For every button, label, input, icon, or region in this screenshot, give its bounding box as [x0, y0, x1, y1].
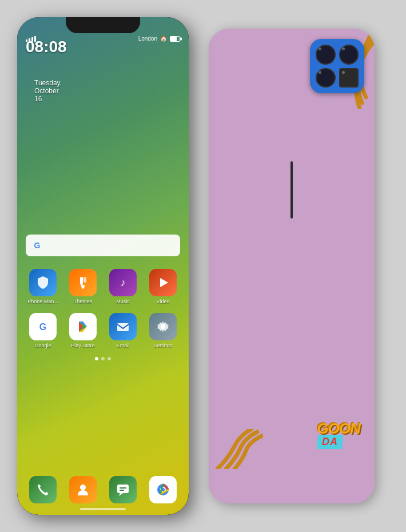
brush-icon: [75, 275, 90, 290]
home-bar: [80, 508, 126, 510]
app-label-music: Music: [116, 299, 130, 304]
camera-lens-3: [316, 68, 336, 88]
app-grid: Phone Man... Themes: [17, 269, 189, 366]
app-icon-themes: [69, 269, 97, 296]
phone-call-icon: [35, 482, 50, 497]
app-label-phone-manager: Phone Man...: [27, 299, 58, 304]
music-icon: ♪: [116, 275, 130, 290]
scene: GOON DA: [0, 0, 406, 532]
dock-item-phone[interactable]: [27, 476, 59, 503]
app-label-playstore: Play Store: [71, 343, 95, 348]
svg-rect-14: [120, 490, 124, 491]
dock-item-chrome[interactable]: [148, 476, 179, 503]
chrome-icon: [156, 482, 170, 497]
app-label-settings: Settings: [154, 343, 173, 348]
message-bubble-icon: [116, 482, 130, 497]
location-label: London: [138, 35, 157, 42]
dot-1: [95, 357, 98, 360]
dock-item-messages[interactable]: [108, 476, 139, 503]
app-label-themes: Themes: [74, 299, 93, 304]
dot-3: [108, 357, 111, 360]
app-item-music[interactable]: ♪ Music: [106, 269, 140, 304]
back-phone-inner: GOON DA: [209, 29, 375, 503]
svg-marker-3: [160, 278, 168, 287]
app-icon-music: ♪: [109, 269, 137, 296]
app-label-video: Video: [157, 299, 170, 304]
da-text: DA: [322, 436, 338, 448]
phone-screen: London 🏠 08:08 Tuesday, October 16 G: [17, 17, 189, 515]
app-item-phone-manager[interactable]: Phone Man...: [26, 269, 60, 304]
app-icon-playstore: [69, 313, 97, 340]
search-bar[interactable]: G: [26, 235, 180, 256]
svg-rect-12: [117, 485, 129, 493]
svg-rect-1: [83, 277, 86, 283]
svg-rect-9: [117, 323, 129, 331]
svg-rect-0: [80, 277, 83, 285]
camera-module: [310, 39, 364, 93]
app-row-1: Phone Man... Themes: [23, 269, 183, 304]
svg-point-11: [80, 485, 86, 490]
page-dots: [23, 357, 183, 360]
front-phone: London 🏠 08:08 Tuesday, October 16 G: [17, 17, 189, 515]
app-icon-email: [109, 313, 137, 340]
svg-text:♪: ♪: [121, 277, 126, 288]
app-item-themes[interactable]: Themes: [66, 269, 100, 304]
video-icon: [156, 275, 170, 290]
app-item-settings[interactable]: Settings: [146, 313, 180, 348]
app-icon-google: G: [29, 313, 57, 340]
time-display: 08:08: [26, 39, 67, 55]
dock-icon-messages: [109, 476, 137, 503]
camera-lens-2: [339, 45, 359, 65]
svg-rect-13: [120, 487, 126, 489]
settings-gear-icon: [156, 319, 170, 334]
playstore-icon: [75, 319, 90, 334]
app-item-email[interactable]: Email: [106, 313, 140, 348]
bottom-dock: [23, 476, 183, 503]
shield-icon: [35, 275, 50, 290]
goonda-text: GOON: [317, 421, 360, 436]
google-g-logo: G: [31, 240, 43, 251]
google-icon: G: [35, 319, 50, 334]
dock-icon-chrome: [149, 476, 177, 503]
swoosh-bottom-icon: [212, 429, 263, 469]
date-display: Tuesday, October 16: [34, 79, 67, 103]
app-item-google[interactable]: G Google: [26, 313, 60, 348]
app-item-playstore[interactable]: Play Store: [66, 313, 100, 348]
notch: [66, 17, 140, 33]
app-label-email: Email: [117, 343, 130, 348]
dock-item-contacts[interactable]: [67, 476, 99, 503]
back-phone: GOON DA: [209, 29, 375, 503]
person-icon: [75, 482, 90, 497]
camera-lens-1: [316, 45, 336, 65]
app-icon-video: [149, 269, 177, 296]
app-icon-phone-manager: [29, 269, 57, 296]
center-line: [290, 161, 293, 219]
dock-icon-contacts: [69, 476, 97, 503]
app-row-2: G Google: [23, 313, 183, 348]
camera-lens-4: [339, 68, 359, 88]
dot-2: [101, 357, 105, 360]
battery-fill: [170, 37, 177, 41]
email-icon: [116, 319, 130, 334]
svg-text:G: G: [39, 322, 46, 332]
app-item-video[interactable]: Video: [146, 269, 180, 304]
battery-icon: [170, 36, 180, 42]
app-icon-settings: [149, 313, 177, 340]
home-icon: 🏠: [160, 35, 167, 42]
da-banner: DA: [316, 435, 343, 449]
dock-icon-phone: [29, 476, 57, 503]
app-label-google: Google: [34, 343, 51, 348]
goonda-logo: GOON DA: [317, 421, 360, 449]
